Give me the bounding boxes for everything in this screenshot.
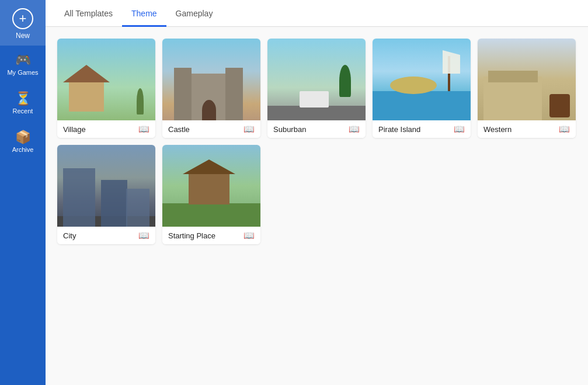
- template-card-village[interactable]: Village 📖: [57, 39, 155, 138]
- template-name-city: City: [63, 231, 76, 240]
- info-icon-city[interactable]: 📖: [138, 230, 149, 241]
- template-label-pirate-island: Pirate Island 📖: [373, 120, 471, 138]
- template-thumbnail-city: [57, 145, 155, 227]
- recent-icon: ⏳: [15, 92, 31, 105]
- template-label-suburban: Suburban 📖: [267, 120, 366, 138]
- template-card-city[interactable]: City 📖: [57, 145, 155, 244]
- template-card-suburban[interactable]: Suburban 📖: [267, 39, 366, 138]
- tab-theme[interactable]: Theme: [122, 2, 166, 27]
- info-icon-western[interactable]: 📖: [559, 124, 570, 134]
- template-thumbnail-starting: [162, 145, 260, 227]
- template-label-city: City 📖: [57, 227, 155, 244]
- info-icon-suburban[interactable]: 📖: [349, 124, 360, 134]
- tab-gameplay[interactable]: Gameplay: [166, 2, 222, 27]
- template-name-village: Village: [63, 125, 86, 134]
- tab-bar: All Templates Theme Gameplay: [46, 0, 588, 27]
- template-name-starting-place: Starting Place: [168, 231, 215, 240]
- template-thumbnail-suburban: [267, 39, 366, 120]
- templates-grid: Village 📖 Castle 📖: [57, 39, 576, 244]
- template-name-suburban: Suburban: [273, 125, 306, 134]
- template-card-starting-place[interactable]: Starting Place 📖: [162, 145, 260, 244]
- template-thumbnail-village: [57, 39, 155, 120]
- sidebar-new-label: New: [16, 32, 30, 40]
- sidebar-item-my-games[interactable]: 🎮 My Games: [0, 46, 46, 84]
- sidebar-recent-label: Recent: [13, 107, 33, 115]
- sidebar: + New 🎮 My Games ⏳ Recent 📦 Archive: [0, 0, 46, 385]
- sidebar-archive-label: Archive: [12, 146, 34, 153]
- template-label-western: Western 📖: [478, 120, 576, 138]
- tab-all-templates[interactable]: All Templates: [55, 2, 122, 27]
- templates-content: Village 📖 Castle 📖: [46, 27, 588, 385]
- sidebar-my-games-label: My Games: [7, 69, 38, 76]
- template-name-pirate-island: Pirate Island: [378, 125, 420, 134]
- template-card-pirate-island[interactable]: Pirate Island 📖: [373, 39, 471, 138]
- sidebar-item-archive[interactable]: 📦 Archive: [0, 123, 46, 161]
- info-icon-castle[interactable]: 📖: [243, 124, 255, 134]
- info-icon-village[interactable]: 📖: [138, 124, 149, 134]
- sidebar-item-recent[interactable]: ⏳ Recent: [0, 84, 46, 123]
- template-card-castle[interactable]: Castle 📖: [162, 39, 260, 138]
- info-icon-starting[interactable]: 📖: [243, 230, 255, 241]
- template-thumbnail-castle: [162, 39, 260, 120]
- info-icon-pirate[interactable]: 📖: [454, 124, 465, 134]
- template-label-village: Village 📖: [57, 120, 155, 138]
- sidebar-item-new[interactable]: + New: [0, 0, 46, 46]
- template-thumbnail-pirate: [373, 39, 471, 120]
- template-name-castle: Castle: [168, 125, 190, 134]
- template-label-castle: Castle 📖: [162, 120, 260, 138]
- template-name-western: Western: [483, 125, 512, 134]
- my-games-icon: 🎮: [15, 54, 31, 67]
- template-thumbnail-western: [478, 39, 576, 120]
- new-icon: +: [12, 8, 33, 29]
- template-label-starting-place: Starting Place 📖: [162, 227, 260, 244]
- template-card-western[interactable]: Western 📖: [478, 39, 576, 138]
- archive-icon: 📦: [15, 131, 31, 144]
- main-content: All Templates Theme Gameplay Village 📖: [46, 0, 588, 385]
